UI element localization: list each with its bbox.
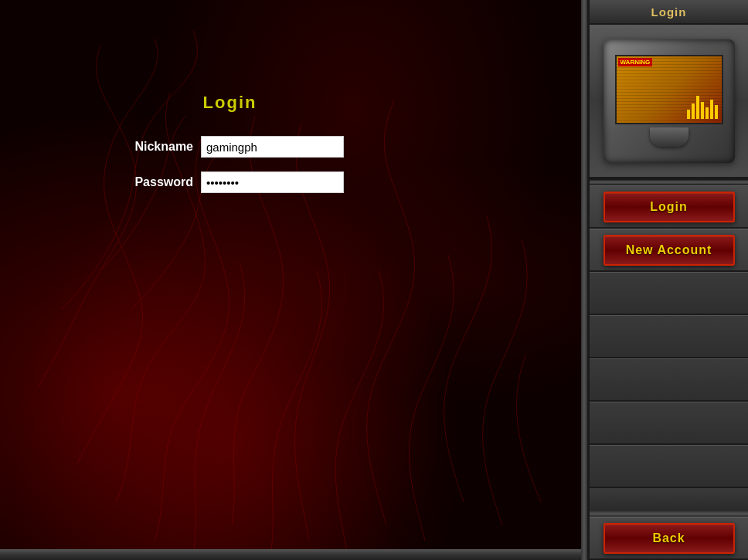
gauge-bar-6 <box>710 100 713 119</box>
monitor-screen: WARNING <box>615 55 723 124</box>
sidebar-title: Login <box>651 5 687 19</box>
monitor-area: WARNING <box>590 25 748 179</box>
main-content-area: Login Nickname Password <box>0 0 587 560</box>
nickname-label: Nickname <box>116 140 193 154</box>
nickname-input[interactable] <box>201 136 344 158</box>
main-right-border <box>581 0 587 560</box>
back-button[interactable]: Back <box>604 523 735 554</box>
form-title: Login <box>203 93 257 113</box>
password-row: Password <box>116 171 344 193</box>
empty-row-3 <box>590 358 748 402</box>
gauge-bars <box>687 96 718 119</box>
empty-row-2 <box>590 315 748 358</box>
sidebar: Login WARNING <box>587 0 748 560</box>
top-divider <box>590 179 748 185</box>
main-bottom-bar <box>0 549 587 560</box>
gauge-bar-4 <box>701 102 704 119</box>
gauge-bar-1 <box>687 110 690 119</box>
empty-row-1 <box>590 272 748 315</box>
login-form-panel: Login Nickname Password <box>116 93 344 193</box>
password-input[interactable] <box>201 171 344 193</box>
monitor-handle <box>650 127 688 147</box>
new-account-button-row: New Account <box>590 229 748 272</box>
login-button-row: Login <box>590 185 748 229</box>
sidebar-spacer <box>590 488 748 511</box>
gauge-bar-2 <box>692 104 695 119</box>
gauge-bar-3 <box>696 96 699 119</box>
background-veins <box>0 0 587 560</box>
empty-row-4 <box>590 402 748 445</box>
gauge-bar-7 <box>715 105 718 119</box>
nickname-row: Nickname <box>116 136 344 158</box>
password-label: Password <box>116 175 193 189</box>
monitor-frame: WARNING <box>604 39 735 163</box>
gauge-bar-5 <box>706 107 709 119</box>
login-button[interactable]: Login <box>604 192 735 222</box>
bottom-divider <box>590 511 748 517</box>
back-button-row: Back <box>590 517 748 560</box>
new-account-button[interactable]: New Account <box>604 235 735 266</box>
empty-row-5 <box>590 445 748 488</box>
form-fields: Nickname Password <box>116 136 344 193</box>
sidebar-header: Login <box>590 0 748 25</box>
